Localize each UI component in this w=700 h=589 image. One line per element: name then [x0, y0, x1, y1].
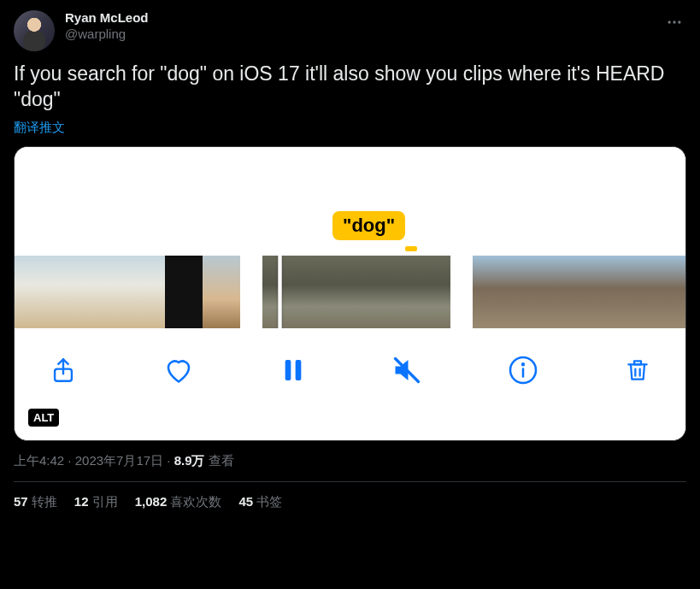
- timeline-marker: [405, 246, 417, 251]
- media-toolbar: [15, 328, 685, 441]
- info-button[interactable]: [508, 355, 538, 386]
- thumbnail-frame: [165, 256, 203, 328]
- thumbnail-frame: [473, 256, 505, 328]
- avatar[interactable]: [14, 10, 55, 51]
- more-options-button[interactable]: [662, 10, 686, 34]
- like-button[interactable]: [163, 355, 194, 386]
- svg-point-0: [668, 21, 671, 23]
- alt-badge[interactable]: ALT: [28, 409, 59, 427]
- svg-rect-4: [285, 360, 291, 380]
- tweet-header: Ryan McLeod @warpling: [14, 10, 686, 51]
- likes-stat[interactable]: 1,082 喜欢次数: [135, 494, 222, 510]
- svg-point-9: [522, 364, 524, 366]
- playhead[interactable]: [278, 256, 282, 328]
- thumbnail-frame: [338, 256, 375, 328]
- clip-group[interactable]: [15, 256, 240, 328]
- display-name[interactable]: Ryan McLeod: [65, 10, 149, 27]
- tweet-container: Ryan McLeod @warpling If you search for …: [0, 0, 700, 521]
- translate-link[interactable]: 翻译推文: [14, 120, 65, 136]
- views-label: 查看: [209, 453, 234, 468]
- thumbnail-frame: [635, 256, 668, 328]
- mute-button[interactable]: [391, 355, 422, 386]
- svg-rect-5: [295, 360, 301, 380]
- thumbnail-frame: [300, 256, 338, 328]
- quotes-stat[interactable]: 12 引用: [74, 494, 118, 510]
- media-top-region: "dog": [15, 147, 685, 256]
- thumbnail-frame: [413, 256, 450, 328]
- share-button[interactable]: [49, 356, 78, 385]
- author-names: Ryan McLeod @warpling: [65, 10, 149, 43]
- thumbnail-frame: [90, 256, 127, 328]
- svg-point-1: [673, 21, 675, 23]
- thumbnail-frame: [127, 256, 165, 328]
- tweet-text: If you search for "dog" on iOS 17 it'll …: [14, 62, 686, 113]
- thumbnail-frame: [203, 256, 240, 328]
- clip-group[interactable]: [262, 256, 450, 328]
- divider: [14, 481, 686, 482]
- tweet-date[interactable]: 2023年7月17日: [75, 453, 163, 468]
- thumbnail-frame: [375, 256, 413, 328]
- tweet-time[interactable]: 上午4:42: [14, 453, 64, 468]
- thumbnail-frame: [505, 256, 538, 328]
- svg-point-2: [678, 21, 680, 23]
- bookmarks-stat[interactable]: 45 书签: [238, 494, 282, 510]
- thumbnail-frame: [538, 256, 570, 328]
- thumbnail-frame: [52, 256, 90, 328]
- pause-button[interactable]: [279, 356, 307, 384]
- video-timeline[interactable]: [15, 256, 685, 328]
- delete-button[interactable]: [624, 356, 651, 384]
- thumbnail-frame: [668, 256, 685, 328]
- clip-group[interactable]: [473, 256, 685, 328]
- thumbnail-frame: [603, 256, 635, 328]
- tweet-meta: 上午4:42 · 2023年7月17日 · 8.9万 查看: [14, 453, 686, 469]
- media-card[interactable]: "dog": [14, 146, 686, 441]
- views-count: 8.9万: [174, 453, 205, 468]
- search-term-label: "dog": [332, 211, 405, 240]
- retweets-stat[interactable]: 57 转推: [14, 494, 57, 510]
- stats-row: 57 转推 12 引用 1,082 喜欢次数 45 书签: [14, 494, 686, 510]
- handle[interactable]: @warpling: [65, 27, 149, 43]
- thumbnail-frame: [570, 256, 603, 328]
- thumbnail-frame: [15, 256, 52, 328]
